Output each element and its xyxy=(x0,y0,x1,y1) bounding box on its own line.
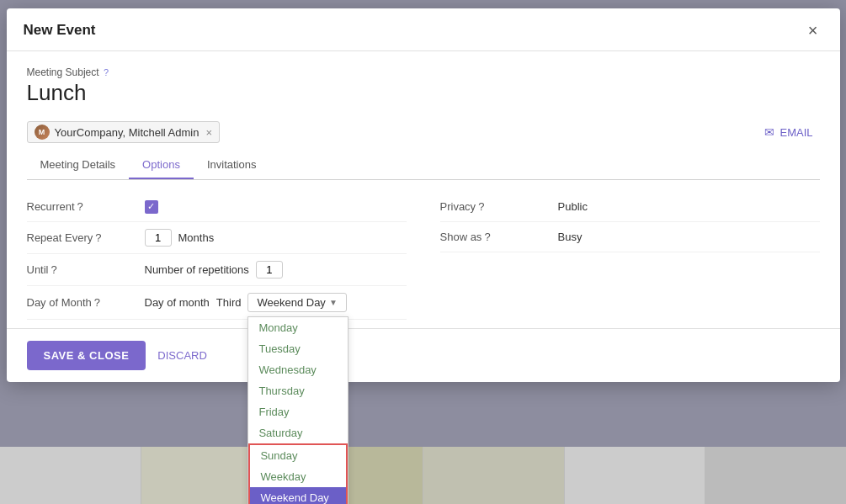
show-as-help-icon: ? xyxy=(484,231,490,243)
form-left-col: Recurrent ? ✓ Repeat Every ? xyxy=(27,192,407,320)
privacy-help-icon: ? xyxy=(478,200,484,213)
attendee-name: YourCompany, Mitchell Admin xyxy=(55,126,200,139)
day-of-month-label: Day of Month ? xyxy=(27,296,136,309)
privacy-label: Privacy ? xyxy=(440,200,550,213)
form-right-col: Privacy ? Public Show as ? Busy xyxy=(440,192,820,320)
calendar-background xyxy=(0,447,846,504)
day-of-month-help-icon: ? xyxy=(94,296,100,309)
dropdown-border-section: Sunday Weekday Weekend Day Day Custom xyxy=(248,443,348,504)
until-row: Until ? Number of repetitions xyxy=(27,254,407,286)
dropdown-item-thursday[interactable]: Thursday xyxy=(248,380,348,401)
email-icon: ✉ xyxy=(764,125,774,139)
new-event-modal: New Event × Meeting Subject ? Lunch M Yo… xyxy=(7,8,840,382)
repeat-every-unit: Months xyxy=(178,231,215,244)
meeting-subject-value: Lunch xyxy=(27,80,820,109)
dom-dropdown-container: Weekend Day ▼ Monday Tuesday Wednesday T… xyxy=(247,293,346,312)
until-help-icon: ? xyxy=(51,263,57,276)
dom-type: Day of month xyxy=(145,296,210,309)
tab-options[interactable]: Options xyxy=(129,151,194,179)
tab-meeting-details[interactable]: Meeting Details xyxy=(27,151,130,179)
dropdown-item-sunday[interactable]: Sunday xyxy=(250,445,346,466)
privacy-row: Privacy ? Public xyxy=(440,192,820,222)
meeting-subject-label: Meeting Subject ? xyxy=(27,66,820,78)
until-value: Number of repetitions xyxy=(145,261,283,279)
recurrent-value: ✓ xyxy=(145,200,158,214)
tabs: Meeting Details Options Invitations xyxy=(27,151,820,180)
discard-button[interactable]: DISCARD xyxy=(157,349,207,362)
dom-dropdown-value: Weekend Day xyxy=(257,296,325,309)
repeat-every-value: Months xyxy=(145,229,215,247)
save-close-button[interactable]: SAVE & CLOSE xyxy=(27,341,146,370)
recurrent-checkbox[interactable]: ✓ xyxy=(145,200,158,214)
show-as-value: Busy xyxy=(558,231,583,243)
repeat-every-help-icon: ? xyxy=(95,231,101,244)
form-grid: Recurrent ? ✓ Repeat Every ? xyxy=(27,192,820,320)
dropdown-item-weekday[interactable]: Weekday xyxy=(250,466,346,487)
cal-cell-4 xyxy=(423,447,565,504)
dom-ordinal: Third xyxy=(216,296,242,309)
modal-footer: SAVE & CLOSE DISCARD xyxy=(7,328,840,382)
until-label: Until ? xyxy=(27,263,136,276)
recurrent-label: Recurrent ? xyxy=(27,200,136,213)
cal-cell-1 xyxy=(0,447,141,504)
modal-title: New Event xyxy=(24,22,96,39)
dom-dropdown-trigger[interactable]: Weekend Day ▼ xyxy=(247,293,346,312)
recurrent-help-icon: ? xyxy=(77,200,83,213)
day-of-month-row: Day of Month ? Day of month Third Weeken… xyxy=(27,286,407,320)
repeat-every-num-input[interactable] xyxy=(145,229,172,247)
dropdown-item-saturday[interactable]: Saturday xyxy=(248,422,348,443)
cal-cell-6 xyxy=(705,447,846,504)
dropdown-item-wednesday[interactable]: Wednesday xyxy=(248,359,348,380)
until-num-input[interactable] xyxy=(256,261,283,279)
repeat-every-label: Repeat Every ? xyxy=(27,231,136,244)
chevron-down-icon: ▼ xyxy=(329,298,338,307)
modal-header: New Event × xyxy=(7,8,840,51)
dropdown-item-tuesday[interactable]: Tuesday xyxy=(248,338,348,359)
dropdown-item-friday[interactable]: Friday xyxy=(248,401,348,422)
privacy-value: Public xyxy=(558,200,588,213)
show-as-row: Show as ? Busy xyxy=(440,222,820,252)
meeting-subject-help-icon: ? xyxy=(104,67,109,77)
dom-dropdown-menu: Monday Tuesday Wednesday Thursday Friday… xyxy=(247,316,349,504)
modal-body: Meeting Subject ? Lunch M YourCompany, M… xyxy=(7,51,840,320)
email-button[interactable]: ✉ EMAIL xyxy=(758,122,819,142)
dropdown-item-weekend-day[interactable]: Weekend Day xyxy=(250,487,346,504)
repeat-every-row: Repeat Every ? Months xyxy=(27,222,407,254)
attendee-row: M YourCompany, Mitchell Admin × ✉ EMAIL xyxy=(27,121,820,143)
close-button[interactable]: × xyxy=(803,20,823,40)
day-of-month-value: Day of month Third Weekend Day ▼ Monday xyxy=(145,293,347,312)
attendee-tag: M YourCompany, Mitchell Admin × xyxy=(27,121,221,143)
show-as-label: Show as ? xyxy=(440,231,550,243)
avatar: M xyxy=(35,125,50,140)
remove-attendee-icon[interactable]: × xyxy=(205,126,212,139)
cal-cell-5 xyxy=(565,447,706,504)
recurrent-row: Recurrent ? ✓ xyxy=(27,192,407,222)
dropdown-item-monday[interactable]: Monday xyxy=(248,317,348,338)
tab-invitations[interactable]: Invitations xyxy=(194,151,270,179)
